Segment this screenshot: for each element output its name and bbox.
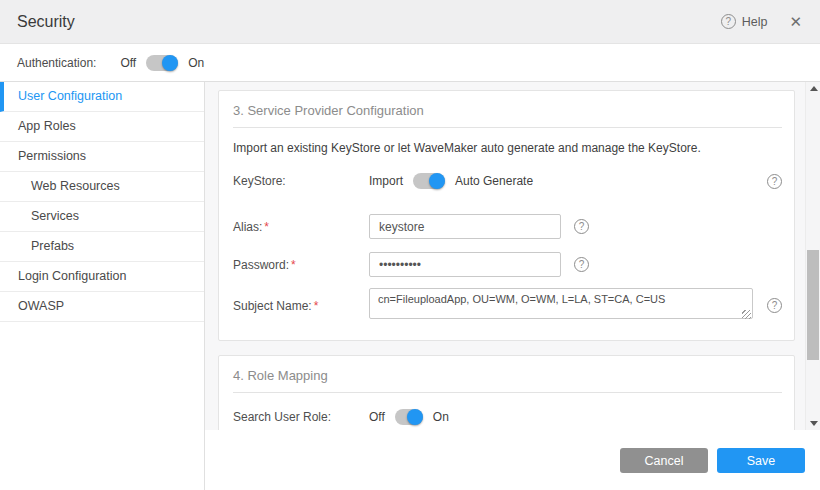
keystore-description: Import an existing KeyStore or let WaveM… bbox=[233, 141, 782, 156]
sidebar-item-permissions[interactable]: Permissions bbox=[0, 142, 204, 172]
header-actions: ? Help ✕ bbox=[721, 14, 820, 29]
keystore-label: KeyStore: bbox=[233, 174, 369, 188]
subject-name-label: Subject Name:* bbox=[233, 299, 369, 313]
subject-name-textarea[interactable]: cn=FileuploadApp, OU=WM, O=WM, L=LA, ST=… bbox=[369, 288, 753, 319]
search-user-role-on-label: On bbox=[433, 410, 449, 424]
sidebar-item-services[interactable]: Services bbox=[0, 202, 204, 232]
password-label: Password:* bbox=[233, 258, 369, 272]
arrow-up-icon bbox=[810, 86, 818, 91]
scroll-viewport: 3. Service Provider Configuration Import… bbox=[205, 82, 805, 430]
section-divider bbox=[233, 127, 782, 128]
toggle-knob bbox=[429, 173, 445, 189]
password-help-icon[interactable]: ? bbox=[574, 257, 589, 272]
keystore-toggle[interactable] bbox=[413, 173, 445, 189]
header: Security ? Help ✕ bbox=[0, 0, 820, 44]
search-user-role-label: Search User Role: bbox=[233, 410, 369, 424]
subject-name-row: Subject Name:* cn=FileuploadApp, OU=WM, … bbox=[233, 288, 782, 323]
search-user-role-row: Search User Role: Off On bbox=[233, 409, 782, 425]
page-title: Security bbox=[17, 13, 75, 31]
alias-row: Alias:* ? bbox=[233, 214, 782, 239]
authentication-label: Authentication: bbox=[17, 56, 96, 70]
authentication-toggle[interactable] bbox=[146, 55, 178, 71]
sidebar-item-web-resources[interactable]: Web Resources bbox=[0, 172, 204, 202]
scroll-down-button[interactable] bbox=[806, 417, 820, 430]
service-provider-configuration-section: 3. Service Provider Configuration Import… bbox=[218, 90, 795, 341]
footer-bar: Cancel Save bbox=[205, 430, 820, 490]
arrow-down-icon bbox=[810, 421, 818, 426]
alias-help-icon[interactable]: ? bbox=[574, 219, 589, 234]
section-divider bbox=[233, 392, 782, 393]
sidebar-item-app-roles[interactable]: App Roles bbox=[0, 112, 204, 142]
required-asterisk: * bbox=[314, 299, 319, 313]
keystore-auto-generate-label: Auto Generate bbox=[455, 174, 533, 188]
content-area: 3. Service Provider Configuration Import… bbox=[205, 82, 820, 490]
scrollbar-thumb[interactable] bbox=[807, 250, 819, 360]
subject-name-field-wrap: cn=FileuploadApp, OU=WM, O=WM, L=LA, ST=… bbox=[369, 288, 753, 323]
vertical-scrollbar[interactable] bbox=[805, 82, 820, 430]
authentication-off-label: Off bbox=[120, 56, 136, 70]
authentication-bar: Authentication: Off On bbox=[0, 44, 820, 82]
sidebar-item-owasp[interactable]: OWASP bbox=[0, 292, 204, 322]
password-input[interactable] bbox=[369, 252, 561, 277]
authentication-on-label: On bbox=[188, 56, 204, 70]
scroll-up-button[interactable] bbox=[806, 82, 820, 95]
password-row: Password:* ? bbox=[233, 252, 782, 277]
close-icon[interactable]: ✕ bbox=[789, 14, 802, 29]
required-asterisk: * bbox=[291, 258, 296, 272]
section-title: 3. Service Provider Configuration bbox=[233, 102, 782, 120]
save-button[interactable]: Save bbox=[717, 448, 805, 473]
help-link[interactable]: Help bbox=[742, 15, 768, 29]
keystore-import-label: Import bbox=[369, 174, 403, 188]
keystore-help-icon[interactable]: ? bbox=[767, 174, 782, 189]
sidebar: User Configuration App Roles Permissions… bbox=[0, 82, 205, 490]
role-mapping-section: 4. Role Mapping Search User Role: Off On bbox=[218, 355, 795, 430]
search-user-role-toggle[interactable] bbox=[395, 409, 423, 425]
required-asterisk: * bbox=[264, 220, 269, 234]
security-dialog: Security ? Help ✕ Authentication: Off On… bbox=[0, 0, 820, 490]
sidebar-item-login-configuration[interactable]: Login Configuration bbox=[0, 262, 204, 292]
section-title: 4. Role Mapping bbox=[233, 367, 782, 385]
subject-name-help-icon[interactable]: ? bbox=[767, 298, 782, 313]
alias-input[interactable] bbox=[369, 214, 561, 239]
toggle-knob bbox=[162, 55, 178, 71]
sidebar-item-prefabs[interactable]: Prefabs bbox=[0, 232, 204, 262]
resize-handle-icon[interactable] bbox=[742, 310, 751, 319]
search-user-role-off-label: Off bbox=[369, 410, 385, 424]
toggle-knob bbox=[407, 409, 423, 425]
alias-label: Alias:* bbox=[233, 220, 369, 234]
sidebar-item-user-configuration[interactable]: User Configuration bbox=[0, 82, 204, 112]
help-icon[interactable]: ? bbox=[721, 14, 736, 29]
keystore-row: KeyStore: Import Auto Generate ? bbox=[233, 173, 782, 189]
cancel-button[interactable]: Cancel bbox=[620, 448, 708, 473]
